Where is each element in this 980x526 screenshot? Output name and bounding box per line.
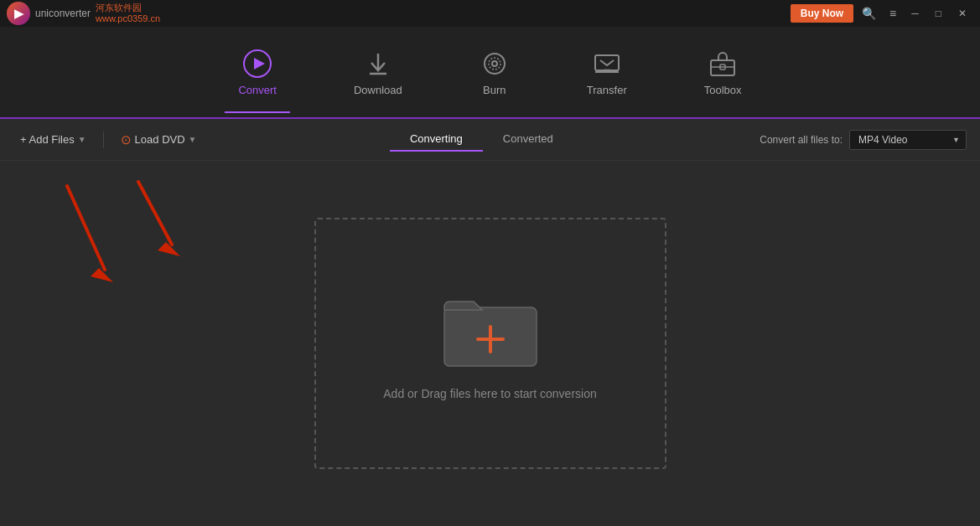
buy-now-button[interactable]: Buy Now bbox=[791, 4, 853, 23]
app-name: uniconverter bbox=[35, 8, 91, 19]
load-dvd-dropdown-icon: ▼ bbox=[189, 135, 197, 144]
svg-marker-14 bbox=[91, 268, 113, 282]
menu-icon-button[interactable]: ≡ bbox=[884, 5, 901, 22]
dvd-icon: ⊙ bbox=[121, 132, 132, 147]
close-button[interactable]: ✕ bbox=[951, 6, 973, 21]
add-files-dropdown-icon: ▼ bbox=[78, 135, 86, 144]
convert-all-area: Convert all files to: MP4 Video MKV Vide… bbox=[760, 130, 967, 150]
load-dvd-button[interactable]: ⊙ Load DVD ▼ bbox=[114, 129, 204, 151]
tab-converting[interactable]: Converting bbox=[390, 127, 483, 152]
search-icon: 🔍 bbox=[862, 7, 876, 20]
drop-zone[interactable]: Add or Drag files here to start conversi… bbox=[314, 218, 666, 469]
toolbar-item-toolbox[interactable]: Toolbox bbox=[691, 42, 755, 103]
svg-line-13 bbox=[67, 186, 105, 270]
watermark: 河东软件园 www.pc0359.cn bbox=[96, 3, 160, 24]
main-toolbar: Convert Download Burn bbox=[0, 27, 980, 119]
transfer-icon bbox=[592, 49, 622, 79]
toolbar-item-download[interactable]: Download bbox=[340, 42, 416, 103]
svg-point-6 bbox=[489, 58, 500, 70]
load-dvd-label: Load DVD bbox=[135, 133, 185, 146]
toolbar-item-convert[interactable]: Convert bbox=[225, 42, 290, 103]
toolbox-label: Toolbox bbox=[704, 84, 742, 96]
toolbar-item-burn[interactable]: Burn bbox=[466, 42, 523, 103]
watermark-line2: www.pc0359.cn bbox=[96, 13, 160, 24]
titlebar: ▶ uniconverter 河东软件园 www.pc0359.cn Buy N… bbox=[0, 0, 980, 27]
svg-marker-16 bbox=[158, 242, 180, 256]
burn-icon bbox=[480, 49, 510, 79]
transfer-label: Transfer bbox=[587, 84, 627, 96]
minimize-button[interactable]: ─ bbox=[905, 6, 926, 21]
svg-point-5 bbox=[492, 61, 497, 66]
convert-label: Convert bbox=[238, 84, 277, 96]
svg-line-15 bbox=[138, 182, 172, 245]
download-icon bbox=[363, 49, 393, 79]
svg-rect-10 bbox=[711, 60, 734, 75]
maximize-button[interactable]: □ bbox=[929, 6, 948, 21]
add-files-label: + Add Files bbox=[20, 133, 75, 146]
format-select[interactable]: MP4 Video MKV Video AVI Video MOV Video … bbox=[849, 130, 967, 150]
add-files-button[interactable]: + Add Files ▼ bbox=[13, 130, 93, 149]
tab-converted[interactable]: Converted bbox=[483, 127, 573, 152]
toolbox-icon bbox=[708, 49, 738, 79]
arrows-decoration bbox=[0, 161, 251, 328]
burn-label: Burn bbox=[483, 84, 506, 96]
subtoolbar: + Add Files ▼ ⊙ Load DVD ▼ Converting Co… bbox=[0, 119, 980, 161]
main-content: Add or Drag files here to start conversi… bbox=[0, 161, 980, 526]
svg-point-4 bbox=[485, 54, 505, 74]
search-icon-button[interactable]: 🔍 bbox=[857, 5, 881, 22]
app-logo: ▶ bbox=[7, 2, 30, 25]
menu-icon: ≡ bbox=[889, 7, 896, 20]
watermark-line1: 河东软件园 bbox=[96, 3, 160, 13]
folder-icon bbox=[440, 286, 541, 370]
divider bbox=[103, 132, 104, 148]
titlebar-right: Buy Now 🔍 ≡ ─ □ ✕ bbox=[791, 4, 973, 23]
titlebar-left: ▶ uniconverter 河东软件园 www.pc0359.cn bbox=[7, 2, 160, 25]
svg-rect-7 bbox=[595, 55, 619, 70]
tabs-area: Converting Converted bbox=[210, 127, 753, 152]
toolbar-item-transfer[interactable]: Transfer bbox=[573, 42, 640, 103]
convert-all-label: Convert all files to: bbox=[760, 134, 843, 146]
convert-icon bbox=[242, 49, 272, 79]
drop-text: Add or Drag files here to start conversi… bbox=[383, 387, 596, 400]
svg-marker-1 bbox=[254, 58, 265, 70]
format-select-wrapper: MP4 Video MKV Video AVI Video MOV Video … bbox=[849, 130, 967, 150]
download-label: Download bbox=[354, 84, 402, 96]
